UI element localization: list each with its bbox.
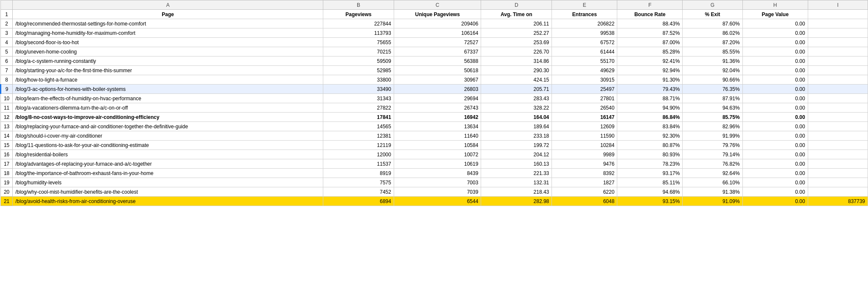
- table-row[interactable]: 17/blog/advantages-of-replacing-your-fur…: [1, 159, 868, 169]
- row-number: 10: [1, 94, 13, 103]
- cell-page[interactable]: /blog/second-floor-is-too-hot: [13, 38, 323, 47]
- cell-f: 85.11%: [617, 178, 683, 187]
- cell-b: 8919: [323, 169, 394, 178]
- cell-page[interactable]: /blog/8-no-cost-ways-to-improve-air-cond…: [13, 113, 323, 122]
- row-number: 19: [1, 178, 13, 187]
- cell-d: 221.33: [481, 169, 552, 178]
- table-row[interactable]: 3/blog/managing-home-humidity-for-maximu…: [1, 28, 868, 38]
- cell-c: 10619: [394, 159, 481, 169]
- cell-page[interactable]: /blog/should-i-cover-my-air-conditioner: [13, 131, 323, 141]
- cell-page[interactable]: /blog/replacing-your-furnace-and-air-con…: [13, 122, 323, 131]
- table-row[interactable]: 2/blog/recommended-thermostat-settings-f…: [1, 19, 868, 28]
- table-row[interactable]: 4/blog/second-floor-is-too-hot7565572527…: [1, 38, 868, 47]
- cell-b: 7575: [323, 178, 394, 187]
- corner-cell: [1, 0, 13, 10]
- cell-g: 91.99%: [683, 131, 742, 141]
- table-row[interactable]: 10/blog/learn-the-effects-of-humidity-on…: [1, 94, 868, 103]
- row-number: 2: [1, 19, 13, 28]
- col-header-f[interactable]: F: [617, 0, 683, 10]
- table-row[interactable]: 6/blog/a-c-system-running-constantly5950…: [1, 56, 868, 66]
- cell-page[interactable]: /blog/avoid-health-risks-from-air-condit…: [13, 197, 323, 206]
- table-row[interactable]: 15/blog/11-questions-to-ask-for-your-air…: [1, 141, 868, 150]
- cell-page[interactable]: /blog/residential-boilers: [13, 150, 323, 159]
- cell-g: 79.76%: [683, 141, 742, 150]
- row-number: 16: [1, 150, 13, 159]
- cell-h: 0.00: [742, 47, 808, 56]
- cell-b: 7452: [323, 187, 394, 197]
- cell-d: 199.72: [481, 141, 552, 150]
- cell-d: 328.22: [481, 103, 552, 113]
- cell-page[interactable]: /blog/a-c-system-running-constantly: [13, 56, 323, 66]
- cell-f: 86.84%: [617, 113, 683, 122]
- cell-page[interactable]: /blog/11-questions-to-ask-for-your-air-c…: [13, 141, 323, 150]
- cell-i: [808, 10, 868, 19]
- cell-g: 92.64%: [683, 169, 742, 178]
- cell-page[interactable]: /blog/humidity-levels: [13, 178, 323, 187]
- cell-i: [808, 47, 868, 56]
- cell-f: 80.93%: [617, 150, 683, 159]
- cell-c: 67337: [394, 47, 481, 56]
- cell-d: 204.12: [481, 150, 552, 159]
- cell-page[interactable]: /blog/a-vacationers-dilemma-turn-the-a/c…: [13, 103, 323, 113]
- cell-g: 82.96%: [683, 122, 742, 131]
- col-header-c[interactable]: C: [394, 0, 481, 10]
- cell-page[interactable]: /blog/3-ac-options-for-homes-with-boiler…: [13, 85, 323, 94]
- cell-e: 11590: [552, 131, 617, 141]
- cell-f: 87.52%: [617, 28, 683, 38]
- cell-c: 106164: [394, 28, 481, 38]
- table-row[interactable]: 8/blog/how-to-light-a-furnace33800309674…: [1, 75, 868, 85]
- cell-page[interactable]: /blog/advantages-of-replacing-your-furna…: [13, 159, 323, 169]
- cell-e: 67572: [552, 38, 617, 47]
- table-row[interactable]: 14/blog/should-i-cover-my-air-conditione…: [1, 131, 868, 141]
- cell-page[interactable]: /blog/recommended-thermostat-settings-fo…: [13, 19, 323, 28]
- cell-h: 0.00: [742, 85, 808, 94]
- cell-page[interactable]: /blog/how-to-light-a-furnace: [13, 75, 323, 85]
- table-row[interactable]: 20/blog/why-cool-mist-humidifier-benefit…: [1, 187, 868, 197]
- table-row[interactable]: 1PagePageviewsUnique PageviewsAvg. Time …: [1, 10, 868, 19]
- table-row[interactable]: 18/blog/the-importance-of-bathroom-exhau…: [1, 169, 868, 178]
- table-row[interactable]: 16/blog/residential-boilers1200010072204…: [1, 150, 868, 159]
- col-header-g[interactable]: G: [683, 0, 742, 10]
- cell-c: 7003: [394, 178, 481, 187]
- cell-g: 94.63%: [683, 103, 742, 113]
- cell-i: [808, 150, 868, 159]
- cell-b: 113793: [323, 28, 394, 38]
- col-header-a[interactable]: A: [13, 0, 323, 10]
- col-header-b[interactable]: B: [323, 0, 394, 10]
- row-number: 17: [1, 159, 13, 169]
- table-row[interactable]: 5/blog/uneven-home-cooling7021567337226.…: [1, 47, 868, 56]
- col-header-d[interactable]: D: [481, 0, 552, 10]
- cell-h: 0.00: [742, 94, 808, 103]
- spreadsheet: A B C D E F G H I 1PagePageviewsUnique P…: [0, 0, 868, 206]
- table-row[interactable]: 9/blog/3-ac-options-for-homes-with-boile…: [1, 85, 868, 94]
- cell-page[interactable]: /blog/learn-the-effects-of-humidity-on-h…: [13, 94, 323, 103]
- cell-c: 11640: [394, 131, 481, 141]
- cell-d: 283.43: [481, 94, 552, 103]
- cell-page[interactable]: /blog/why-cool-mist-humidifier-benefits-…: [13, 187, 323, 197]
- cell-e: 26540: [552, 103, 617, 113]
- cell-page[interactable]: /blog/uneven-home-cooling: [13, 47, 323, 56]
- table-row[interactable]: 13/blog/replacing-your-furnace-and-air-c…: [1, 122, 868, 131]
- table-row[interactable]: 7/blog/starting-your-a/c-for-the-first-t…: [1, 66, 868, 75]
- cell-page[interactable]: /blog/the-importance-of-bathroom-exhaust…: [13, 169, 323, 178]
- cell-f: 92.94%: [617, 66, 683, 75]
- cell-page[interactable]: /blog/starting-your-a/c-for-the-first-ti…: [13, 66, 323, 75]
- table-row[interactable]: 19/blog/humidity-levels75757003132.31182…: [1, 178, 868, 187]
- table-row[interactable]: 11/blog/a-vacationers-dilemma-turn-the-a…: [1, 103, 868, 113]
- cell-i: [808, 19, 868, 28]
- cell-d: Avg. Time on: [481, 10, 552, 19]
- col-header-e[interactable]: E: [552, 0, 617, 10]
- col-header-i[interactable]: I: [808, 0, 868, 10]
- row-number: 7: [1, 66, 13, 75]
- table-row[interactable]: 12/blog/8-no-cost-ways-to-improve-air-co…: [1, 113, 868, 122]
- cell-page[interactable]: /blog/managing-home-humidity-for-maximum…: [13, 28, 323, 38]
- cell-e: 6048: [552, 197, 617, 206]
- cell-c: 50618: [394, 66, 481, 75]
- cell-h: 0.00: [742, 150, 808, 159]
- cell-c: 30967: [394, 75, 481, 85]
- cell-g: 87.20%: [683, 38, 742, 47]
- cell-f: 80.87%: [617, 141, 683, 150]
- cell-page: Page: [13, 10, 323, 19]
- col-header-h[interactable]: H: [742, 0, 808, 10]
- table-row[interactable]: 21/blog/avoid-health-risks-from-air-cond…: [1, 197, 868, 206]
